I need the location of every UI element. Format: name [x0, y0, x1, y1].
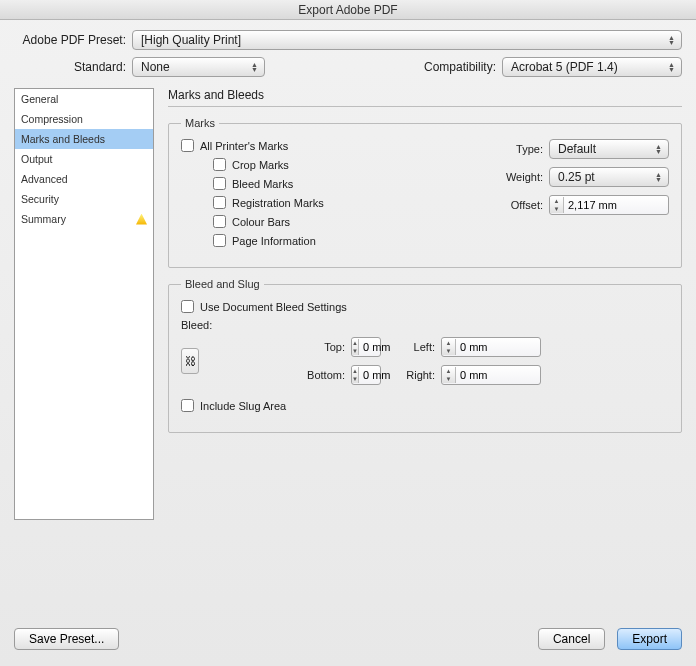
warning-icon [136, 214, 147, 225]
updown-icon: ▲▼ [251, 62, 258, 72]
sidebar-item-label: Summary [21, 213, 66, 225]
preset-value: [High Quality Print] [141, 33, 241, 47]
bleed-top-spinner[interactable]: ▲▼ [351, 337, 381, 357]
sidebar-item-label: Advanced [21, 173, 68, 185]
standard-dropdown[interactable]: None ▲▼ [132, 57, 265, 77]
export-button[interactable]: Export [617, 628, 682, 650]
registration-marks-checkbox[interactable]: Registration Marks [181, 196, 461, 209]
bleed-heading: Bleed: [181, 319, 669, 331]
link-bleed-icon[interactable]: ⛓ [181, 348, 199, 374]
bleed-top-label: Top: [251, 341, 351, 353]
section-heading: Marks and Bleeds [168, 88, 682, 107]
sidebar-item-marks-and-bleeds[interactable]: Marks and Bleeds [15, 129, 153, 149]
sidebar-item-label: Compression [21, 113, 83, 125]
bleed-right-input[interactable] [456, 369, 514, 381]
bleed-left-label: Left: [381, 341, 441, 353]
sidebar-item-general[interactable]: General [15, 89, 153, 109]
stepper-icon[interactable]: ▲▼ [352, 367, 359, 383]
preset-label: Adobe PDF Preset: [14, 33, 132, 47]
bleed-bottom-spinner[interactable]: ▲▼ [351, 365, 381, 385]
sidebar-item-advanced[interactable]: Advanced [15, 169, 153, 189]
sidebar-item-compression[interactable]: Compression [15, 109, 153, 129]
all-printers-marks-checkbox[interactable]: All Printer's Marks [181, 139, 461, 152]
bleed-left-spinner[interactable]: ▲▼ [441, 337, 541, 357]
bleed-slug-fieldset: Bleed and Slug Use Document Bleed Settin… [168, 278, 682, 433]
sidebar-item-output[interactable]: Output [15, 149, 153, 169]
cancel-button[interactable]: Cancel [538, 628, 605, 650]
updown-icon: ▲▼ [668, 35, 675, 45]
stepper-icon[interactable]: ▲▼ [550, 197, 564, 213]
sidebar-item-label: General [21, 93, 58, 105]
crop-marks-checkbox[interactable]: Crop Marks [181, 158, 461, 171]
page-info-checkbox[interactable]: Page Information [181, 234, 461, 247]
stepper-icon[interactable]: ▲▼ [442, 339, 456, 355]
bleed-left-input[interactable] [456, 341, 514, 353]
use-doc-bleed-checkbox[interactable]: Use Document Bleed Settings [181, 300, 669, 313]
standard-label: Standard: [14, 60, 132, 74]
preset-dropdown[interactable]: [High Quality Print] ▲▼ [132, 30, 682, 50]
sidebar-item-summary[interactable]: Summary [15, 209, 153, 229]
standard-value: None [141, 60, 170, 74]
panel-sidebar: GeneralCompressionMarks and BleedsOutput… [14, 88, 154, 520]
bleed-right-label: Right: [381, 369, 441, 381]
marks-legend: Marks [181, 117, 219, 129]
stepper-icon[interactable]: ▲▼ [442, 367, 456, 383]
offset-spinner[interactable]: ▲▼ [549, 195, 669, 215]
bleed-bottom-label: Bottom: [251, 369, 351, 381]
bleed-slug-legend: Bleed and Slug [181, 278, 264, 290]
window-title: Export Adobe PDF [0, 0, 696, 20]
marks-fieldset: Marks All Printer's Marks Crop Marks Ble… [168, 117, 682, 268]
type-dropdown[interactable]: Default ▲▼ [549, 139, 669, 159]
weight-dropdown[interactable]: 0.25 pt ▲▼ [549, 167, 669, 187]
offset-label: Offset: [493, 199, 543, 211]
type-label: Type: [493, 143, 543, 155]
stepper-icon[interactable]: ▲▼ [352, 339, 359, 355]
bleed-right-spinner[interactable]: ▲▼ [441, 365, 541, 385]
weight-label: Weight: [493, 171, 543, 183]
updown-icon: ▲▼ [668, 62, 675, 72]
save-preset-button[interactable]: Save Preset... [14, 628, 119, 650]
updown-icon: ▲▼ [655, 144, 662, 154]
include-slug-checkbox[interactable]: Include Slug Area [181, 399, 669, 412]
sidebar-item-label: Marks and Bleeds [21, 133, 105, 145]
compatibility-label: Compatibility: [424, 60, 502, 74]
sidebar-item-label: Security [21, 193, 59, 205]
sidebar-item-security[interactable]: Security [15, 189, 153, 209]
updown-icon: ▲▼ [655, 172, 662, 182]
sidebar-item-label: Output [21, 153, 53, 165]
bleed-marks-checkbox[interactable]: Bleed Marks [181, 177, 461, 190]
offset-input[interactable] [564, 199, 622, 211]
compatibility-value: Acrobat 5 (PDF 1.4) [511, 60, 618, 74]
compatibility-dropdown[interactable]: Acrobat 5 (PDF 1.4) ▲▼ [502, 57, 682, 77]
colour-bars-checkbox[interactable]: Colour Bars [181, 215, 461, 228]
